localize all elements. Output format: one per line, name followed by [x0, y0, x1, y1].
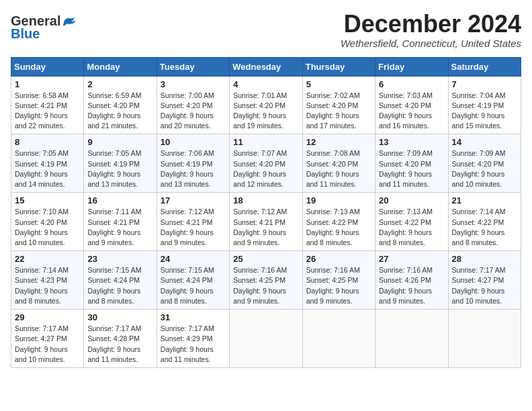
calendar-cell: 14Sunrise: 7:09 AMSunset: 4:20 PMDayligh… [448, 134, 521, 193]
day-info: Sunrise: 7:02 AMSunset: 4:20 PMDaylight:… [306, 91, 371, 132]
calendar-cell [302, 310, 375, 368]
day-info: Sunrise: 7:16 AMSunset: 4:25 PMDaylight:… [306, 265, 371, 306]
day-number: 20 [379, 195, 444, 205]
day-info: Sunrise: 7:05 AMSunset: 4:19 PMDaylight:… [87, 148, 152, 189]
day-info: Sunrise: 6:58 AMSunset: 4:21 PMDaylight:… [15, 91, 80, 132]
month-title: December 2024 [341, 11, 521, 38]
calendar-cell: 29Sunrise: 7:17 AMSunset: 4:27 PMDayligh… [11, 310, 84, 368]
day-number: 19 [306, 195, 371, 205]
day-header-friday: Friday [375, 57, 448, 76]
calendar-cell: 17Sunrise: 7:12 AMSunset: 4:21 PMDayligh… [157, 193, 229, 251]
calendar-cell: 16Sunrise: 7:11 AMSunset: 4:21 PMDayligh… [84, 193, 157, 251]
day-number: 31 [161, 312, 226, 322]
day-header-saturday: Saturday [448, 57, 521, 76]
calendar-table: SundayMondayTuesdayWednesdayThursdayFrid… [11, 57, 521, 368]
day-number: 15 [15, 195, 80, 205]
day-info: Sunrise: 7:10 AMSunset: 4:20 PMDaylight:… [15, 207, 80, 248]
calendar-cell: 28Sunrise: 7:17 AMSunset: 4:27 PMDayligh… [448, 251, 521, 310]
calendar-cell: 30Sunrise: 7:17 AMSunset: 4:28 PMDayligh… [84, 310, 157, 368]
day-number: 21 [452, 195, 517, 205]
calendar-cell: 21Sunrise: 7:14 AMSunset: 4:22 PMDayligh… [448, 193, 521, 251]
day-number: 13 [379, 137, 444, 147]
logo: General Blue [11, 13, 77, 42]
calendar-cell: 7Sunrise: 7:04 AMSunset: 4:19 PMDaylight… [448, 76, 521, 134]
calendar-week-row: 1Sunrise: 6:58 AMSunset: 4:21 PMDaylight… [11, 76, 521, 134]
calendar-cell: 5Sunrise: 7:02 AMSunset: 4:20 PMDaylight… [302, 76, 375, 134]
day-number: 8 [15, 137, 80, 147]
day-number: 12 [306, 137, 371, 147]
day-number: 14 [452, 137, 517, 147]
day-info: Sunrise: 7:17 AMSunset: 4:27 PMDaylight:… [452, 265, 517, 306]
day-info: Sunrise: 7:01 AMSunset: 4:20 PMDaylight:… [233, 91, 298, 132]
day-info: Sunrise: 7:17 AMSunset: 4:27 PMDaylight:… [15, 324, 80, 365]
calendar-cell: 13Sunrise: 7:09 AMSunset: 4:20 PMDayligh… [375, 134, 448, 193]
calendar-cell: 1Sunrise: 6:58 AMSunset: 4:21 PMDaylight… [11, 76, 84, 134]
day-number: 22 [15, 254, 80, 264]
day-info: Sunrise: 7:13 AMSunset: 4:22 PMDaylight:… [379, 207, 444, 248]
day-number: 30 [87, 312, 152, 322]
day-number: 29 [15, 312, 80, 322]
day-number: 23 [87, 254, 152, 264]
calendar-cell: 2Sunrise: 6:59 AMSunset: 4:20 PMDaylight… [84, 76, 157, 134]
day-number: 26 [306, 254, 371, 264]
day-number: 11 [233, 137, 298, 147]
calendar-cell: 24Sunrise: 7:15 AMSunset: 4:24 PMDayligh… [157, 251, 229, 310]
day-info: Sunrise: 7:09 AMSunset: 4:20 PMDaylight:… [379, 148, 444, 189]
day-info: Sunrise: 7:12 AMSunset: 4:21 PMDaylight:… [161, 207, 226, 248]
day-info: Sunrise: 7:17 AMSunset: 4:28 PMDaylight:… [87, 324, 152, 365]
day-info: Sunrise: 7:16 AMSunset: 4:26 PMDaylight:… [379, 265, 444, 306]
calendar-cell: 18Sunrise: 7:12 AMSunset: 4:21 PMDayligh… [230, 193, 302, 251]
day-info: Sunrise: 7:13 AMSunset: 4:22 PMDaylight:… [306, 207, 371, 248]
day-info: Sunrise: 6:59 AMSunset: 4:20 PMDaylight:… [87, 91, 152, 132]
day-info: Sunrise: 7:11 AMSunset: 4:21 PMDaylight:… [87, 207, 152, 248]
day-number: 25 [233, 254, 298, 264]
day-number: 4 [233, 79, 298, 89]
day-header-thursday: Thursday [302, 57, 375, 76]
day-number: 7 [452, 79, 517, 89]
day-info: Sunrise: 7:16 AMSunset: 4:25 PMDaylight:… [233, 265, 298, 306]
calendar-cell: 27Sunrise: 7:16 AMSunset: 4:26 PMDayligh… [375, 251, 448, 310]
calendar-cell: 10Sunrise: 7:06 AMSunset: 4:19 PMDayligh… [157, 134, 229, 193]
calendar-cell: 8Sunrise: 7:05 AMSunset: 4:19 PMDaylight… [11, 134, 84, 193]
calendar-cell: 4Sunrise: 7:01 AMSunset: 4:20 PMDaylight… [230, 76, 302, 134]
day-info: Sunrise: 7:17 AMSunset: 4:29 PMDaylight:… [161, 324, 226, 365]
title-block: December 2024 Wethersfield, Connecticut,… [341, 11, 521, 49]
calendar-cell: 12Sunrise: 7:08 AMSunset: 4:20 PMDayligh… [302, 134, 375, 193]
calendar-cell: 20Sunrise: 7:13 AMSunset: 4:22 PMDayligh… [375, 193, 448, 251]
calendar-cell: 9Sunrise: 7:05 AMSunset: 4:19 PMDaylight… [84, 134, 157, 193]
calendar-cell: 26Sunrise: 7:16 AMSunset: 4:25 PMDayligh… [302, 251, 375, 310]
day-number: 10 [161, 137, 226, 147]
day-header-sunday: Sunday [11, 57, 84, 76]
day-number: 17 [161, 195, 226, 205]
calendar-cell: 31Sunrise: 7:17 AMSunset: 4:29 PMDayligh… [157, 310, 229, 368]
calendar-cell: 23Sunrise: 7:15 AMSunset: 4:24 PMDayligh… [84, 251, 157, 310]
calendar-cell: 19Sunrise: 7:13 AMSunset: 4:22 PMDayligh… [302, 193, 375, 251]
day-info: Sunrise: 7:12 AMSunset: 4:21 PMDaylight:… [233, 207, 298, 248]
day-info: Sunrise: 7:14 AMSunset: 4:22 PMDaylight:… [452, 207, 517, 248]
day-number: 1 [15, 79, 80, 89]
day-header-wednesday: Wednesday [230, 57, 302, 76]
day-number: 2 [87, 79, 152, 89]
day-number: 3 [161, 79, 226, 89]
day-number: 24 [161, 254, 226, 264]
day-number: 16 [87, 195, 152, 205]
day-info: Sunrise: 7:15 AMSunset: 4:24 PMDaylight:… [87, 265, 152, 306]
location-subtitle: Wethersfield, Connecticut, United States [341, 38, 521, 49]
calendar-week-row: 29Sunrise: 7:17 AMSunset: 4:27 PMDayligh… [11, 310, 521, 368]
day-info: Sunrise: 7:00 AMSunset: 4:20 PMDaylight:… [161, 91, 226, 132]
day-info: Sunrise: 7:07 AMSunset: 4:20 PMDaylight:… [233, 148, 298, 189]
day-info: Sunrise: 7:06 AMSunset: 4:19 PMDaylight:… [161, 148, 226, 189]
day-header-monday: Monday [84, 57, 157, 76]
calendar-cell [448, 310, 521, 368]
day-number: 6 [379, 79, 444, 89]
day-info: Sunrise: 7:09 AMSunset: 4:20 PMDaylight:… [452, 148, 517, 189]
calendar-cell: 22Sunrise: 7:14 AMSunset: 4:23 PMDayligh… [11, 251, 84, 310]
calendar-cell: 3Sunrise: 7:00 AMSunset: 4:20 PMDaylight… [157, 76, 229, 134]
day-header-tuesday: Tuesday [157, 57, 229, 76]
day-info: Sunrise: 7:15 AMSunset: 4:24 PMDaylight:… [161, 265, 226, 306]
calendar-cell [230, 310, 302, 368]
calendar-cell [375, 310, 448, 368]
calendar-week-row: 22Sunrise: 7:14 AMSunset: 4:23 PMDayligh… [11, 251, 521, 310]
logo-bird-icon [62, 15, 77, 28]
day-info: Sunrise: 7:05 AMSunset: 4:19 PMDaylight:… [15, 148, 80, 189]
